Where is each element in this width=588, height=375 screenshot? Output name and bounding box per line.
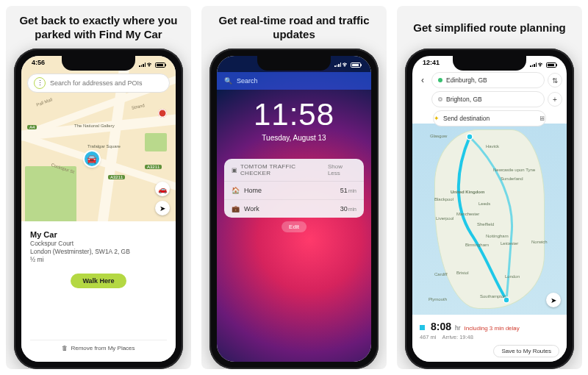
widget-row-work[interactable]: 💼 Work 30min bbox=[224, 200, 364, 218]
route-marker-icon bbox=[420, 325, 425, 330]
phone-screen: 12:41 ᯤ ‹ Edinburgh, GB ⇅ bbox=[412, 56, 567, 362]
widget-row-unit: min bbox=[348, 207, 356, 212]
city-label: Norwich bbox=[531, 240, 548, 244]
send-destination-label: Send destination bbox=[443, 115, 490, 122]
edit-widgets-button[interactable]: Edit bbox=[282, 221, 306, 232]
signal-icon bbox=[334, 63, 341, 67]
city-label: Blackpool bbox=[434, 197, 453, 201]
car-pin-icon[interactable]: 🚘 bbox=[85, 151, 99, 166]
search-bar[interactable]: ⋮ bbox=[27, 74, 170, 93]
wifi-icon: ᯤ bbox=[343, 61, 349, 68]
widget-row-value: 30 bbox=[340, 205, 348, 213]
widget-header: ▣ TOMTOM TRAFFIC CHECKER Show Less bbox=[224, 159, 364, 182]
eta-distance: 467 mi bbox=[420, 334, 437, 340]
route-map[interactable]: Glasgow Havick Newcastle upon Tyne Sunde… bbox=[412, 124, 567, 315]
widget-row-label: Work bbox=[244, 205, 259, 213]
status-indicators: ᯤ bbox=[530, 59, 556, 71]
origin-text: Edinburgh, GB bbox=[446, 76, 487, 84]
panel-title: Get real-time road and traffic updates bbox=[206, 13, 382, 43]
widget-row-label: Home bbox=[244, 187, 262, 194]
city-label: Liverpool bbox=[436, 216, 453, 221]
lockscreen-time: 11:58 Tuesday, August 13 bbox=[217, 97, 371, 142]
widget-row-unit: min bbox=[348, 188, 356, 193]
show-less-button[interactable]: Show Less bbox=[328, 163, 356, 176]
city-label: Manchester bbox=[456, 212, 479, 216]
status-time: 4:56 bbox=[32, 59, 45, 71]
spotlight-search[interactable]: 🔍 Search bbox=[217, 72, 371, 90]
menu-icon[interactable]: ⋮ bbox=[34, 77, 46, 89]
origin-field[interactable]: Edinburgh, GB bbox=[431, 72, 545, 88]
phone-frame: ᯤ 🔍 Search 11:58 Tuesday, August 13 ▣ TO… bbox=[209, 49, 379, 369]
eta-delay: Including 3 min delay bbox=[465, 325, 520, 332]
widget-app-name: TOMTOM TRAFFIC CHECKER bbox=[240, 163, 328, 176]
trash-icon: 🗑 bbox=[62, 345, 68, 351]
battery-icon bbox=[546, 63, 556, 68]
route-summary-card: 8:08 hr Including 3 min delay 467 mi Arr… bbox=[412, 315, 567, 362]
notch bbox=[453, 56, 526, 71]
widget-app-icon: ▣ bbox=[232, 167, 237, 174]
poi-label: The National Gallery bbox=[74, 124, 115, 128]
route-badge: A4 bbox=[27, 125, 37, 129]
widget-row-home[interactable]: 🏠 Home 51min bbox=[224, 182, 364, 200]
briefcase-icon: 💼 bbox=[232, 205, 240, 213]
panel-title: Get back to exactly where you parked wit… bbox=[10, 13, 187, 43]
city-label: Sheffield bbox=[477, 222, 494, 226]
country-label: United Kingdom bbox=[451, 190, 484, 194]
clock-text: 11:58 bbox=[217, 97, 371, 132]
status-indicators: ᯤ bbox=[334, 59, 361, 71]
destination-field[interactable]: Brighton, GB bbox=[431, 91, 545, 107]
city-label: Sunderland bbox=[501, 176, 523, 181]
city-label: Leicester bbox=[501, 241, 518, 246]
city-label: Newcastle upon Tyne bbox=[493, 168, 535, 172]
send-icon: ✦ bbox=[434, 115, 440, 122]
status-indicators: ᯤ bbox=[139, 59, 165, 71]
eta-unit: hr bbox=[455, 324, 461, 332]
destination-text: Brighton, GB bbox=[446, 96, 482, 103]
save-to-routes-button[interactable]: Save to My Routes bbox=[493, 345, 559, 357]
search-icon: 🔍 bbox=[224, 77, 232, 85]
phone-screen: ᯤ 🔍 Search 11:58 Tuesday, August 13 ▣ TO… bbox=[217, 56, 371, 362]
status-time: 12:41 bbox=[423, 59, 440, 71]
remove-label: Remove from My Places bbox=[71, 345, 135, 351]
panel-traffic-updates: Get real-time road and traffic updates ᯤ… bbox=[201, 6, 387, 369]
card-title: My Car bbox=[30, 230, 167, 239]
swap-button[interactable]: ⇅ bbox=[548, 73, 562, 88]
home-icon: 🏠 bbox=[232, 187, 240, 194]
car-mode-button[interactable]: 🚗 bbox=[155, 182, 170, 196]
widget-row-value: 51 bbox=[340, 187, 348, 194]
no-entry-icon bbox=[158, 109, 167, 118]
device-icon: 🖥 bbox=[539, 115, 545, 122]
signal-icon bbox=[139, 63, 146, 67]
remove-from-places-button[interactable]: 🗑 Remove from My Places bbox=[30, 340, 167, 356]
city-label: Nottingham bbox=[486, 234, 509, 238]
city-label: Cardiff bbox=[434, 272, 448, 276]
wifi-icon: ᯤ bbox=[147, 61, 154, 68]
city-label: Southampton bbox=[480, 294, 506, 299]
eta-duration: 8:08 bbox=[431, 321, 451, 332]
city-label: Bristol bbox=[456, 271, 469, 275]
phone-frame: 4:56 ᯤ ⋮ Pall Mall Strand bbox=[14, 49, 183, 369]
wifi-icon: ᯤ bbox=[538, 61, 545, 68]
city-label: Havick bbox=[486, 144, 499, 149]
recenter-button[interactable]: ➤ bbox=[546, 293, 561, 307]
poi-label: Trafalgar Square bbox=[87, 144, 121, 149]
traffic-widget[interactable]: ▣ TOMTOM TRAFFIC CHECKER Show Less 🏠 Hom… bbox=[224, 159, 364, 218]
battery-icon bbox=[351, 63, 361, 68]
park-area bbox=[145, 133, 167, 151]
city-label: Glasgow bbox=[430, 134, 447, 138]
walk-here-button[interactable]: Walk Here bbox=[71, 274, 126, 288]
send-destination-button[interactable]: ✦ Send destination 🖥 bbox=[433, 110, 546, 126]
svg-point-0 bbox=[467, 134, 473, 140]
park-area bbox=[25, 166, 76, 221]
route-badge: A3211 bbox=[145, 165, 162, 169]
route-badge: A3211 bbox=[108, 175, 125, 179]
notch bbox=[257, 56, 331, 71]
parking-card: My Car Cockspur Court London (Westminste… bbox=[21, 221, 176, 362]
swap-icon: ⇅ bbox=[552, 76, 558, 85]
eta-arrive: Arrive: 19:48 bbox=[442, 334, 473, 340]
add-stop-button[interactable]: + bbox=[548, 92, 562, 107]
compass-button[interactable]: ➤ bbox=[155, 201, 170, 215]
search-input[interactable] bbox=[50, 79, 163, 87]
back-button[interactable]: ‹ bbox=[417, 75, 429, 85]
notch bbox=[62, 56, 135, 71]
